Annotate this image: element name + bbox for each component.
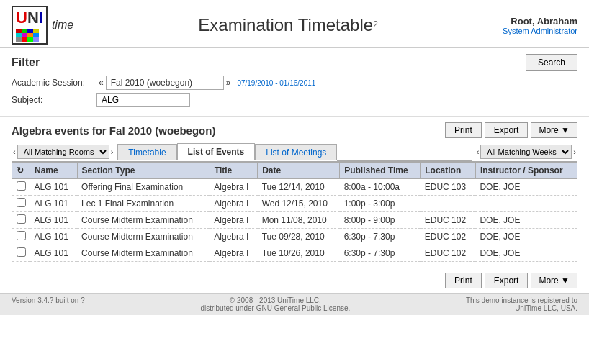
row-name: ALG 101 — [30, 245, 78, 262]
rooms-next-arrow[interactable]: › — [111, 147, 114, 156]
row-location: EDUC 102 — [421, 245, 476, 262]
row-title: Algebra I — [210, 196, 257, 212]
logo-area: UNI time — [12, 6, 73, 45]
footer-version: Version 3.4.? built on ? — [12, 296, 85, 312]
row-location — [421, 196, 476, 212]
export-button-top[interactable]: Export — [485, 122, 529, 138]
row-instructor — [475, 196, 577, 212]
tab-spacer — [337, 142, 472, 161]
row-published-time: 1:00p - 3:00p — [340, 196, 421, 212]
weeks-prev-arrow[interactable]: ‹ — [477, 147, 480, 156]
subject-input[interactable] — [96, 93, 190, 107]
events-table: ↻ Name Section Type Title Date Published… — [12, 162, 577, 262]
row-title: Algebra I — [210, 179, 257, 196]
row-checkbox[interactable] — [12, 179, 30, 196]
more-button-top[interactable]: More ▼ — [531, 122, 577, 138]
row-date: Tue 10/26, 2010 — [258, 245, 340, 262]
row-title: Algebra I — [210, 245, 257, 262]
filter-section: Filter Search Academic Session: « » 07/1… — [0, 48, 589, 117]
rooms-prev-arrow[interactable]: ‹ — [13, 147, 16, 156]
table-header-row: ↻ Name Section Type Title Date Published… — [12, 163, 577, 179]
session-next-arrow[interactable]: » — [226, 78, 231, 88]
col-location: Location — [421, 163, 476, 179]
logo-text: UNI — [16, 9, 43, 27]
session-input[interactable] — [106, 76, 224, 90]
tabs-row: ‹ All Matching Rooms › Timetable List of… — [12, 142, 577, 162]
row-instructor: DOE, JOE — [475, 179, 577, 196]
tab-timetable[interactable]: Timetable — [117, 144, 176, 160]
row-title: Algebra I — [210, 212, 257, 229]
row-date: Tue 09/28, 2010 — [258, 229, 340, 245]
more-button-bottom[interactable]: More ▼ — [531, 273, 577, 288]
table-row: ALG 101 Course Midterm Examination Algeb… — [12, 212, 577, 229]
row-instructor: DOE, JOE — [475, 245, 577, 262]
search-button[interactable]: Search — [526, 54, 577, 71]
row-location: EDUC 102 — [421, 229, 476, 245]
weeks-select[interactable]: All Matching Weeks — [480, 145, 572, 159]
row-checkbox[interactable] — [12, 212, 30, 229]
session-prev-arrow[interactable]: « — [99, 78, 104, 88]
tab-list-of-meetings[interactable]: List of Meetings — [255, 144, 337, 160]
subject-row: Subject: — [12, 93, 577, 107]
row-date: Wed 12/15, 2010 — [258, 196, 340, 212]
row-section-type: Offering Final Examination — [77, 179, 210, 196]
app-title-area: Examination Timetable2 — [73, 15, 503, 35]
export-button-bottom[interactable]: Export — [485, 273, 529, 288]
row-published-time: 6:30p - 7:30p — [340, 245, 421, 262]
rooms-selector: ‹ All Matching Rooms › — [12, 145, 114, 159]
user-role: System Administrator — [503, 27, 577, 35]
tab-list-of-events[interactable]: List of Events — [177, 143, 256, 160]
row-checkbox[interactable] — [12, 196, 30, 212]
top-action-buttons: Print Export More ▼ — [445, 122, 577, 138]
row-name: ALG 101 — [30, 196, 78, 212]
table-row: ALG 101 Course Midterm Examination Algeb… — [12, 229, 577, 245]
user-name: Root, Abraham — [503, 16, 577, 27]
results-section: Algebra events for Fal 2010 (woebegon) P… — [0, 117, 589, 268]
app-title: Examination Timetable — [198, 15, 373, 35]
footer-demo-text: This demo instance is registered to — [466, 296, 577, 304]
table-row: ALG 101 Course Midterm Examination Algeb… — [12, 245, 577, 262]
col-title: Title — [210, 163, 257, 179]
footer-copyright: © 2008 - 2013 UniTime LLC, distributed u… — [200, 296, 350, 312]
table-row: ALG 101 Lec 1 Final Examination Algebra … — [12, 196, 577, 212]
row-title: Algebra I — [210, 229, 257, 245]
refresh-icon[interactable]: ↻ — [17, 165, 24, 176]
row-published-time: 8:00a - 10:00a — [340, 179, 421, 196]
row-section-type: Course Midterm Examination — [77, 212, 210, 229]
user-area: Root, Abraham System Administrator — [503, 16, 577, 35]
row-checkbox[interactable] — [12, 229, 30, 245]
row-name: ALG 101 — [30, 229, 78, 245]
row-published-time: 6:30p - 7:30p — [340, 229, 421, 245]
row-section-type: Course Midterm Examination — [77, 229, 210, 245]
footer: Version 3.4.? built on ? © 2008 - 2013 U… — [0, 293, 589, 315]
footer-demo2-text: UniTime LLC, USA. — [515, 304, 577, 312]
row-section-type: Course Midterm Examination — [77, 245, 210, 262]
col-section-type: Section Type — [77, 163, 210, 179]
col-date: Date — [258, 163, 340, 179]
row-date: Tue 12/14, 2010 — [258, 179, 340, 196]
col-instructor: Instructor / Sponsor — [475, 163, 577, 179]
print-button-bottom[interactable]: Print — [445, 273, 482, 288]
filter-header: Filter Search — [12, 54, 577, 71]
footer-copyright-text: © 2008 - 2013 UniTime LLC, — [230, 296, 321, 304]
events-tbody: ALG 101 Offering Final Examination Algeb… — [12, 179, 577, 262]
subject-label: Subject: — [12, 95, 91, 105]
logo-box: UNI — [12, 6, 48, 45]
results-title: Algebra events for Fal 2010 (woebegon) — [12, 124, 215, 137]
rooms-select[interactable]: All Matching Rooms — [17, 145, 109, 159]
app-title-sup: 2 — [373, 19, 378, 29]
logo-time-text: time — [52, 19, 73, 32]
row-instructor: DOE, JOE — [475, 212, 577, 229]
filter-title: Filter — [12, 56, 40, 69]
row-checkbox[interactable] — [12, 245, 30, 262]
logo-grid — [16, 29, 43, 42]
session-date: 07/19/2010 - 01/16/2011 — [237, 79, 315, 87]
weeks-next-arrow[interactable]: › — [573, 147, 576, 156]
print-button-top[interactable]: Print — [445, 122, 482, 138]
row-published-time: 8:00p - 9:00p — [340, 212, 421, 229]
col-checkbox: ↻ — [12, 163, 30, 179]
row-name: ALG 101 — [30, 212, 78, 229]
row-instructor: DOE, JOE — [475, 229, 577, 245]
session-row: Academic Session: « » 07/19/2010 - 01/16… — [12, 76, 577, 90]
results-header: Algebra events for Fal 2010 (woebegon) P… — [12, 122, 577, 138]
